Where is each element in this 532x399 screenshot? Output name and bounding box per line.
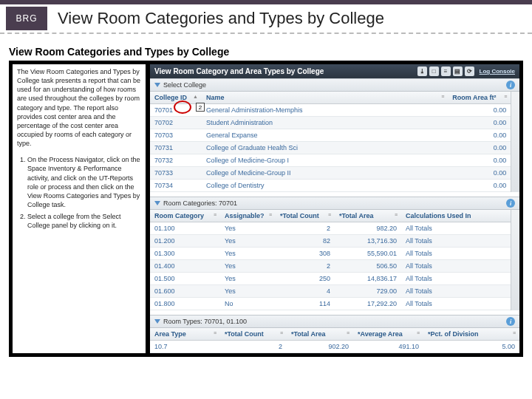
print-icon[interactable]: ▤: [453, 66, 463, 76]
col-assignable[interactable]: Assignable?≡: [220, 210, 276, 222]
header: BRG View Room Categories and Types by Co…: [0, 4, 532, 34]
col-college-area[interactable]: Room Area ft²≡: [448, 92, 511, 104]
callout-label-2: 2: [196, 103, 205, 112]
select-college-header[interactable]: Select College i: [150, 78, 519, 92]
collapse-icon[interactable]: [154, 319, 160, 324]
table-row[interactable]: 70731College of Graduate Health Sci0.00: [150, 142, 511, 154]
steps-list: On the Process Navigator, click on the S…: [17, 155, 141, 230]
col-area-type[interactable]: Area Type≡: [150, 328, 220, 341]
table-row[interactable]: 10.72902.20491.105.00: [150, 341, 519, 353]
info-icon[interactable]: i: [506, 317, 515, 326]
doc-icon[interactable]: ≡: [441, 66, 451, 76]
col-type-area[interactable]: *Total Area≡: [287, 328, 353, 341]
refresh-icon[interactable]: ⟳: [465, 66, 474, 76]
table-row[interactable]: 01.400Yes2506.50All Totals: [150, 260, 511, 273]
step-1: On the Process Navigator, click on the S…: [27, 155, 141, 209]
col-pct-division[interactable]: *Pct. of Division≡: [423, 328, 519, 341]
description-text: The View Room Categories and Types by Co…: [17, 67, 141, 148]
table-row[interactable]: 70733College of Medicine-Group II0.00: [150, 167, 511, 180]
table-row[interactable]: 01.600Yes4729.00All Totals: [150, 285, 511, 298]
logo: BRG: [6, 7, 47, 30]
table-row[interactable]: 01.100Yes2982.20All Totals: [150, 222, 511, 235]
table-row[interactable]: 01.200Yes8213,716.30All Totals: [150, 235, 511, 248]
step-2: Select a college from the Select College…: [27, 212, 141, 230]
col-type-count[interactable]: *Total Count≡: [220, 328, 287, 341]
col-avg-area[interactable]: *Average Area≡: [353, 328, 423, 341]
info-icon[interactable]: i: [506, 199, 515, 208]
table-row[interactable]: 01.500Yes25014,836.17All Totals: [150, 273, 511, 285]
col-calculations[interactable]: Calculations Used In: [401, 210, 511, 222]
panel-subtitle: View Room Categories and Types by Colleg…: [9, 46, 523, 58]
table-row[interactable]: 70703General Expanse0.00: [150, 129, 511, 142]
page-title: View Room Categories and Types by Colleg…: [58, 9, 384, 28]
left-column: The View Room Categories and Types by Co…: [13, 64, 146, 353]
pdf-icon[interactable]: □: [429, 66, 439, 76]
log-console-link[interactable]: Log Console: [480, 68, 515, 75]
app-titlebar: View Room Category and Area Types by Col…: [150, 64, 519, 78]
table-row[interactable]: 01.800No11417,292.20All Totals: [150, 298, 511, 310]
col-room-category[interactable]: Room Category≡: [150, 210, 220, 222]
category-table: Room Category≡ Assignable?≡ *Total Count…: [150, 210, 511, 310]
table-row[interactable]: 70734College of Dentistry0.00: [150, 180, 511, 192]
table-row[interactable]: 70732College of Medicine-Group I0.00: [150, 154, 511, 167]
export-icon[interactable]: ⤓: [417, 66, 427, 76]
main-panel: The View Room Categories and Types by Co…: [9, 61, 523, 357]
col-total-count[interactable]: *Total Count≡: [276, 210, 335, 222]
collapse-icon[interactable]: [154, 201, 160, 205]
scrollbar[interactable]: [511, 210, 519, 310]
info-icon[interactable]: i: [506, 81, 515, 89]
app-screenshot: View Room Category and Area Types by Col…: [150, 64, 519, 353]
col-college-name[interactable]: Name≡: [202, 92, 448, 104]
col-college-id[interactable]: College ID▲: [150, 92, 202, 104]
collapse-icon[interactable]: [154, 83, 160, 87]
table-row[interactable]: 01.300Yes30855,590.01All Totals: [150, 248, 511, 260]
app-title: View Room Category and Area Types by Col…: [154, 67, 324, 75]
room-categories-header[interactable]: Room Categories: 70701 i: [150, 197, 519, 210]
table-row[interactable]: 70702Student Administration0.00: [150, 117, 511, 129]
room-types-header[interactable]: Room Types: 70701, 01.100 i: [150, 315, 519, 328]
col-total-area[interactable]: *Total Area≡: [335, 210, 401, 222]
scrollbar[interactable]: [511, 92, 519, 192]
types-table: Area Type≡ *Total Count≡ *Total Area≡ *A…: [150, 328, 519, 353]
